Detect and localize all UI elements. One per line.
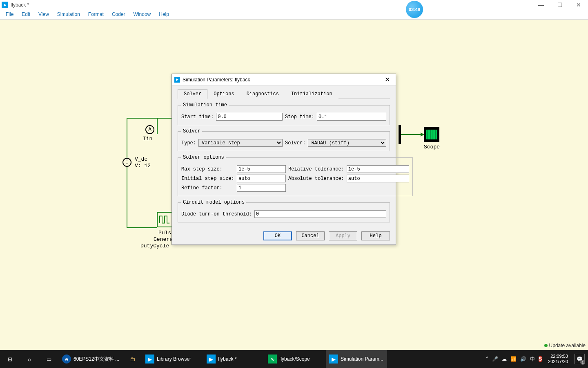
init-step-input[interactable] — [237, 175, 286, 182]
taskbar-scope-label: flyback/Scope — [279, 356, 310, 362]
init-step-label: Initial step size: — [181, 176, 234, 182]
folder-icon: 🗀 — [128, 355, 137, 364]
tab-solver[interactable]: Solver — [178, 89, 207, 99]
legend-sim-time: Simulation time — [181, 102, 229, 108]
dialog-body: Solver Options Diagnostics Initializatio… — [172, 85, 396, 227]
pulse-label-1: Puls — [158, 230, 171, 236]
pulse-wave-icon — [159, 214, 170, 225]
tray-network-icon[interactable]: 📶 — [510, 356, 517, 362]
wire — [401, 134, 421, 135]
update-dot-icon — [544, 344, 548, 347]
simulation-parameters-dialog: ▶ Simulation Parameters: flyback ✕ Solve… — [172, 74, 396, 245]
wire — [157, 118, 158, 134]
taskbar-flyback[interactable]: ▶flyback * — [203, 350, 265, 368]
tray-chevron-icon[interactable]: ˄ — [486, 356, 488, 362]
menu-file[interactable]: File — [2, 10, 18, 19]
max-step-input[interactable] — [237, 165, 286, 173]
windows-icon: ⊞ — [5, 355, 14, 364]
pulse-label-2: Genera — [154, 236, 173, 242]
notification-button[interactable]: 💬 — [574, 354, 585, 364]
type-select[interactable]: Variable-step — [198, 139, 283, 147]
stop-time-input[interactable] — [317, 113, 386, 121]
close-button[interactable]: ✕ — [569, 0, 588, 9]
update-available[interactable]: Update available — [544, 343, 586, 348]
start-time-label: Start time: — [181, 114, 214, 120]
system-tray: ˄ 🎤 ☁ 📶 🔊 中 S 22:09:53 2021/7/20 💬 — [486, 354, 588, 364]
app-icon: ▶ — [2, 2, 8, 8]
start-time-input[interactable] — [216, 113, 283, 121]
max-step-label: Max step size: — [181, 166, 234, 172]
menu-help[interactable]: Help — [155, 10, 173, 19]
solver-label: Solver: — [285, 140, 305, 146]
cancel-button[interactable]: Cancel — [296, 231, 325, 240]
menu-view[interactable]: View — [34, 10, 53, 19]
ammeter-label: A — [148, 127, 151, 132]
legend-circuit: Circuit model options — [181, 200, 246, 205]
abs-tol-input[interactable] — [347, 175, 409, 182]
group-solver: Solver Type: Variable-step Solver: RADAU… — [178, 128, 390, 151]
taskbar-scope[interactable]: ∿flyback/Scope — [265, 350, 326, 368]
solver-select[interactable]: RADAU (stiff) — [308, 139, 386, 147]
menu-format[interactable]: Format — [84, 10, 108, 19]
wire — [127, 227, 157, 228]
menubar: File Edit View Simulation Format Coder W… — [0, 9, 588, 20]
tray-ime[interactable]: 中 — [530, 356, 535, 363]
group-simulation-time: Simulation time Start time: Stop time: — [178, 102, 390, 125]
dialog-title: Simulation Parameters: flyback — [183, 77, 250, 83]
maximize-button[interactable]: ☐ — [550, 0, 569, 9]
taskbar-simparam[interactable]: ▶Simulation Param... — [326, 350, 387, 368]
start-button[interactable]: ⊞ — [0, 350, 20, 368]
pulse-generator-block[interactable] — [157, 212, 172, 227]
wire — [127, 118, 172, 119]
taskview-button[interactable]: ▭ — [39, 350, 59, 368]
refine-input[interactable] — [237, 184, 286, 192]
scope-screen-icon — [426, 130, 437, 139]
taskbar-clock[interactable]: 22:09:53 2021/7/20 — [546, 354, 570, 364]
apply-button[interactable]: Apply — [329, 231, 357, 240]
type-label: Type: — [181, 140, 196, 146]
scope-icon: ∿ — [268, 355, 277, 364]
help-button[interactable]: Help — [361, 231, 390, 240]
taskview-icon: ▭ — [45, 355, 53, 364]
dialog-tabs: Solver Options Diagnostics Initializatio… — [178, 89, 390, 99]
tab-diagnostics[interactable]: Diagnostics — [241, 89, 285, 99]
tab-initialization[interactable]: Initialization — [285, 89, 339, 99]
voltage-source-block[interactable] — [122, 158, 131, 167]
taskbar-library[interactable]: ▶Library Browser — [142, 350, 203, 368]
group-solver-options: Solver options Max step size: Relative t… — [178, 155, 413, 196]
taskbar-explorer[interactable]: 🗀 — [122, 350, 142, 368]
rel-tol-label: Relative tolerance: — [288, 166, 344, 172]
tray-volume-icon[interactable]: 🔊 — [520, 356, 526, 362]
edge-icon: e — [62, 355, 71, 364]
search-icon: ⌕ — [25, 355, 34, 364]
timer-badge: 03:48 — [406, 1, 423, 18]
tray-onedrive-icon[interactable]: ☁ — [502, 356, 507, 362]
taskbar-edge[interactable]: e60EPS12中文资料 ... — [59, 350, 122, 368]
plecs-icon: ▶ — [207, 355, 216, 364]
refine-label: Refine factor: — [181, 185, 234, 191]
menu-edit[interactable]: Edit — [18, 10, 34, 19]
minimize-button[interactable]: — — [532, 0, 550, 9]
dialog-titlebar[interactable]: ▶ Simulation Parameters: flyback ✕ — [172, 74, 396, 85]
tray-mic-icon[interactable]: 🎤 — [492, 356, 498, 362]
dialog-close-button[interactable]: ✕ — [381, 76, 393, 83]
pulse-label-3: DutyCycle — [140, 243, 169, 249]
dialog-buttons: OK Cancel Apply Help — [172, 227, 396, 245]
ok-button[interactable]: OK — [263, 231, 292, 240]
ammeter-block[interactable]: A — [145, 125, 154, 134]
taskbar-sim-label: Simulation Param... — [341, 356, 383, 362]
abs-tol-label: Absolute tolerance: — [288, 176, 344, 182]
search-button[interactable]: ⌕ — [20, 350, 39, 368]
sogou-icon[interactable]: S — [539, 356, 542, 362]
tab-options[interactable]: Options — [207, 89, 240, 99]
scope-label: Scope — [424, 144, 440, 150]
menu-coder[interactable]: Coder — [108, 10, 129, 19]
vdc-label-2: V: 12 — [135, 163, 151, 169]
diode-input[interactable] — [254, 210, 386, 218]
rel-tol-input[interactable] — [347, 165, 409, 173]
menu-window[interactable]: Window — [129, 10, 155, 19]
scope-block[interactable] — [424, 127, 439, 142]
diode-label: Diode turn-on threshold: — [181, 211, 252, 217]
menu-simulation[interactable]: Simulation — [53, 10, 84, 19]
update-text: Update available — [549, 343, 586, 348]
